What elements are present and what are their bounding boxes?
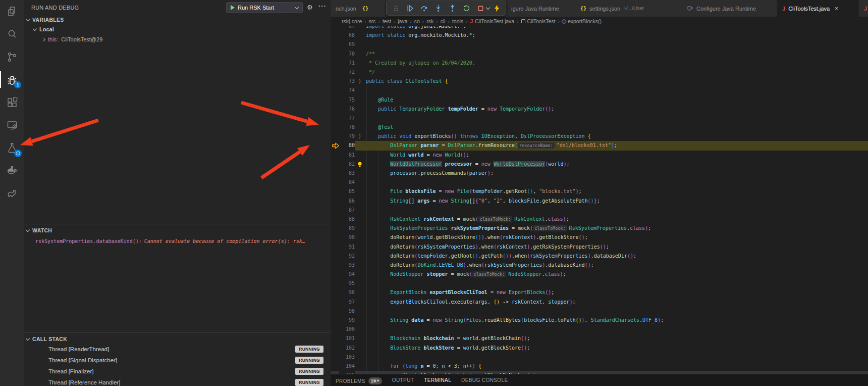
activity-explorer-icon[interactable] xyxy=(0,0,24,23)
line-number[interactable]: 92 xyxy=(342,252,355,261)
line-number[interactable]: 103 xyxy=(342,353,355,362)
restart-button[interactable] xyxy=(459,2,473,15)
call-stack-thread[interactable]: Thread [Reference Handler]RUNNING xyxy=(24,377,331,386)
gutter-glyph-margin[interactable] xyxy=(331,224,342,233)
panel-tab-problems[interactable]: PROBLEMS1K+ xyxy=(336,377,382,384)
gutter-glyph-margin[interactable] xyxy=(331,325,342,334)
gutter-glyph-margin[interactable] xyxy=(331,31,342,40)
debug-step-indicator-icon[interactable] xyxy=(331,141,342,150)
line-number[interactable]: 96 xyxy=(342,288,355,297)
tab-settings-json[interactable]: {}settings.json~/.../User xyxy=(575,0,681,17)
panel-tab-terminal[interactable]: TERMINAL xyxy=(424,377,451,383)
gutter-glyph-margin[interactable] xyxy=(331,233,342,242)
line-number[interactable]: 93 xyxy=(342,261,355,270)
watch-header[interactable]: WATCH xyxy=(24,226,331,235)
activity-source-control-icon[interactable] xyxy=(0,45,24,68)
line-number[interactable]: 73 xyxy=(342,77,355,86)
gutter-glyph-margin[interactable] xyxy=(331,279,342,288)
variable-row-this[interactable]: this: CliToolsTest@29 xyxy=(24,34,331,44)
line-number[interactable]: 79 xyxy=(342,132,355,141)
breadcrumb-item-test[interactable]: test xyxy=(383,18,391,24)
gutter-glyph-margin[interactable] xyxy=(331,59,342,68)
line-number[interactable]: 75 xyxy=(342,95,355,105)
tab-clitoolstest-java[interactable]: JCliToolsTest.java× xyxy=(777,0,859,17)
line-number[interactable]: 81 xyxy=(342,151,355,160)
step-over-button[interactable] xyxy=(417,2,431,15)
gutter-glyph-margin[interactable] xyxy=(331,77,342,86)
line-number[interactable]: 71 xyxy=(342,59,355,68)
call-stack-thread[interactable]: Thread [Signal Dispatcher]RUNNING xyxy=(24,355,331,366)
gutter-glyph-margin[interactable] xyxy=(331,86,342,95)
gutter-glyph-margin[interactable] xyxy=(331,288,342,297)
gutter-glyph-margin[interactable] xyxy=(331,316,342,325)
activity-extensions-icon[interactable] xyxy=(0,91,24,114)
breadcrumb-item-src[interactable]: src xyxy=(369,18,376,24)
variables-header[interactable]: VARIABLES xyxy=(24,15,331,24)
lightbulb-icon[interactable] xyxy=(355,160,365,169)
line-number[interactable]: 78 xyxy=(342,123,355,132)
variables-scope-local[interactable]: Local xyxy=(24,24,331,34)
gutter-glyph-margin[interactable] xyxy=(331,105,342,114)
gutter-glyph-margin[interactable] xyxy=(331,307,342,316)
breadcrumb-item-exportblocks-[interactable]: exportBlocks() xyxy=(562,18,602,24)
line-number[interactable]: 86 xyxy=(342,197,355,206)
step-out-button[interactable] xyxy=(445,2,459,15)
breadcrumb-item-clitoolstest-java[interactable]: JCliToolsTest.java xyxy=(470,18,514,24)
line-number[interactable]: 100 xyxy=(342,325,355,334)
breadcrumb-item-rskj-core[interactable]: rskj-core xyxy=(342,18,362,24)
gutter-glyph-margin[interactable] xyxy=(331,123,342,132)
watch-expression-row[interactable]: rskSystemProperties.databaseKind(): Cann… xyxy=(24,236,331,246)
line-number[interactable]: 84 xyxy=(342,178,355,187)
call-stack-thread[interactable]: Thread [Finalizer]RUNNING xyxy=(24,366,331,377)
gutter-glyph-margin[interactable] xyxy=(331,298,342,307)
gutter-glyph-margin[interactable] xyxy=(331,169,342,178)
line-number[interactable]: 72 xyxy=(342,68,355,77)
code-editor[interactable]: 67import static org.junit.Assert.*;68imp… xyxy=(331,22,868,374)
call-stack-thread[interactable]: Thread [ReaderThread]RUNNING xyxy=(24,344,331,355)
line-number[interactable]: 104 xyxy=(342,362,355,371)
gutter-glyph-margin[interactable] xyxy=(331,353,342,362)
line-number[interactable]: 102 xyxy=(342,344,355,353)
launch-config-dropdown[interactable]: Run RSK Start xyxy=(226,2,303,13)
continue-button[interactable] xyxy=(403,2,417,15)
panel-tab-output[interactable]: OUTPUT xyxy=(392,377,414,383)
hot-code-replace-button[interactable] xyxy=(490,2,504,15)
line-number[interactable]: 90 xyxy=(342,233,355,242)
tab-nch-json[interactable]: nch.json xyxy=(331,0,357,17)
line-number[interactable]: 99 xyxy=(342,316,355,325)
line-number[interactable]: 74 xyxy=(342,86,355,95)
gutter-glyph-margin[interactable] xyxy=(331,114,342,123)
activity-run-debug-icon[interactable]: 1 xyxy=(0,68,24,91)
gutter-glyph-margin[interactable] xyxy=(331,334,342,343)
gutter-glyph-margin[interactable] xyxy=(331,261,342,270)
line-number[interactable]: 76 xyxy=(342,105,355,114)
gutter-glyph-margin[interactable] xyxy=(331,160,342,169)
breadcrumb-item-tools[interactable]: tools xyxy=(452,18,463,24)
line-number[interactable]: 85 xyxy=(342,187,355,196)
line-number[interactable]: 83 xyxy=(342,169,355,178)
gutter-glyph-margin[interactable] xyxy=(331,40,342,49)
gutter-glyph-margin[interactable] xyxy=(331,95,342,105)
line-number[interactable]: 77 xyxy=(342,114,355,123)
gutter-glyph-margin[interactable] xyxy=(331,362,342,371)
step-into-button[interactable] xyxy=(431,2,445,15)
call-stack-header[interactable]: CALL STACK xyxy=(24,334,331,344)
gutter-glyph-margin[interactable] xyxy=(331,187,342,196)
fold-column[interactable]: ) xyxy=(355,132,365,141)
line-number[interactable]: 101 xyxy=(342,334,355,343)
gutter-glyph-margin[interactable] xyxy=(331,197,342,206)
line-number[interactable]: 80 xyxy=(342,141,355,150)
line-number[interactable]: 69 xyxy=(342,40,355,49)
line-number[interactable]: 97 xyxy=(342,298,355,307)
breadcrumb-item-cli[interactable]: cli xyxy=(441,18,446,24)
line-number[interactable]: 95 xyxy=(342,279,355,288)
tab-igure-java-runtime[interactable]: igure Java Runtime xyxy=(506,0,575,17)
line-number[interactable]: 87 xyxy=(342,206,355,215)
line-number[interactable]: 94 xyxy=(342,270,355,279)
gear-icon[interactable]: ⚙ xyxy=(307,4,313,11)
gutter-glyph-margin[interactable] xyxy=(331,68,342,77)
activity-remote-explorer-icon[interactable] xyxy=(0,114,24,136)
breadcrumb-item-java[interactable]: java xyxy=(398,18,407,24)
activity-search-icon[interactable] xyxy=(0,23,24,45)
stop-button[interactable] xyxy=(473,2,487,15)
